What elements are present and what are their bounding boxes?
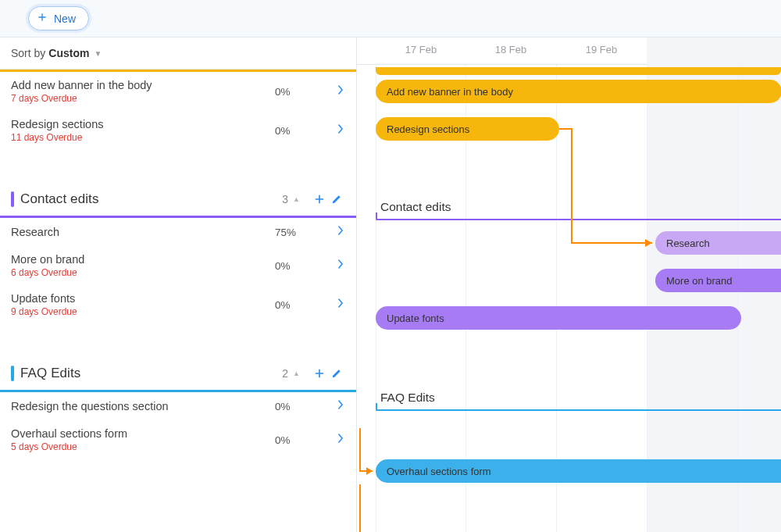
sort-control[interactable]: Sort by Custom ▼ — [0, 37, 356, 70]
collapse-icon[interactable]: ▲ — [293, 195, 300, 203]
task-name: Add new banner in the body — [11, 79, 275, 91]
task-row[interactable]: Redesign the questions section 0% — [0, 392, 356, 420]
task-row[interactable]: Research 75% — [0, 218, 356, 246]
task-name: Redesign sections — [11, 118, 275, 130]
chevron-right-icon[interactable] — [319, 259, 345, 273]
task-overdue: 5 days Overdue — [11, 441, 275, 452]
collapse-icon[interactable]: ▲ — [293, 370, 300, 377]
task-progress: 0% — [275, 299, 319, 311]
task-name: Overhaul sections form — [11, 427, 275, 440]
task-list-panel: Sort by Custom ▼ Add new banner in the b… — [0, 37, 357, 532]
chevron-right-icon[interactable] — [319, 433, 345, 447]
topbar: New — [0, 0, 781, 37]
task-progress: 0% — [275, 260, 319, 272]
task-overdue: 9 days Overdue — [11, 306, 275, 317]
group-home-tasks: Add new banner in the body 7 days Overdu… — [0, 72, 356, 150]
task-name: Research — [11, 226, 275, 238]
task-overdue: 6 days Overdue — [11, 267, 275, 278]
group-faq-tasks: Redesign the questions section 0% Overha… — [0, 392, 356, 459]
chevron-right-icon[interactable] — [319, 225, 345, 239]
chevron-right-icon[interactable] — [319, 298, 345, 312]
chevron-right-icon[interactable] — [319, 84, 345, 98]
task-progress: 75% — [275, 227, 319, 238]
chevron-down-icon: ▼ — [94, 49, 102, 58]
task-overdue: 11 days Overdue — [11, 132, 275, 143]
group-color-marker — [11, 191, 14, 207]
group-count: 2 — [282, 367, 288, 380]
main-layout: Sort by Custom ▼ Add new banner in the b… — [0, 37, 781, 532]
group-header-faq[interactable]: FAQ Edits 2 ▲ — [0, 357, 356, 390]
group-title: FAQ Edits — [20, 366, 282, 381]
task-row[interactable]: Redesign sections 11 days Overdue 0% — [0, 111, 356, 150]
task-name: More on brand — [11, 253, 275, 266]
task-progress: 0% — [275, 86, 319, 98]
new-button[interactable]: New — [28, 6, 89, 30]
plus-icon — [37, 12, 48, 25]
group-color-marker — [11, 366, 14, 381]
task-overdue: 7 days Overdue — [11, 93, 275, 104]
task-row[interactable]: Update fonts 9 days Overdue 0% — [0, 285, 356, 324]
timeline-panel: 17 Feb 18 Feb 19 Feb 20 Feb 2 Add new ba… — [357, 37, 781, 532]
chevron-right-icon[interactable] — [319, 399, 345, 413]
task-name: Update fonts — [11, 292, 275, 305]
task-name: Redesign the questions section — [11, 400, 275, 412]
group-title: Contact edits — [20, 191, 282, 207]
group-header-contact[interactable]: Contact edits 3 ▲ — [0, 183, 356, 216]
add-task-icon[interactable] — [311, 193, 328, 205]
sort-mode: Custom — [48, 47, 89, 59]
edit-icon[interactable] — [328, 367, 345, 380]
chevron-right-icon[interactable] — [319, 123, 345, 137]
task-progress: 0% — [275, 434, 319, 446]
group-contact-tasks: Research 75% More on brand 6 days Overdu… — [0, 218, 356, 324]
task-row[interactable]: More on brand 6 days Overdue 0% — [0, 246, 356, 285]
new-button-label: New — [54, 12, 76, 25]
edit-icon[interactable] — [328, 193, 345, 205]
sort-prefix: Sort by — [11, 47, 45, 59]
add-task-icon[interactable] — [311, 367, 328, 380]
task-row[interactable]: Add new banner in the body 7 days Overdu… — [0, 72, 356, 111]
task-progress: 0% — [275, 401, 319, 412]
dependency-connector — [357, 37, 781, 532]
group-count: 3 — [282, 193, 288, 205]
task-row[interactable]: Overhaul sections form 5 days Overdue 0% — [0, 420, 356, 459]
task-progress: 0% — [275, 125, 319, 137]
